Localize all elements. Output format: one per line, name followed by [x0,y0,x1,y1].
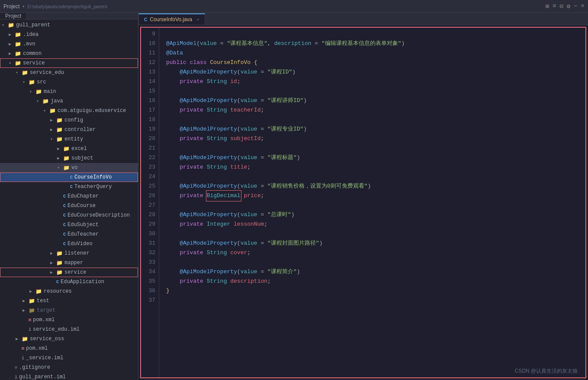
tree-item-service-root[interactable]: ▾ 📁 service [0,58,138,68]
tree-item-pom-service[interactable]: m pom.xml [0,344,138,353]
toolbar-list-icon[interactable]: ≡ [553,3,556,10]
code-content[interactable]: @ApiModel(value = "课程基本信息", description … [159,28,585,377]
tree-item-resources[interactable]: ▶ 📁 resources [0,287,138,296]
code-line-13: @ApiModelProperty(value = "课程ID") [166,67,585,77]
toolbar-gear-icon[interactable]: ⚙ [567,3,570,10]
code-editor-area: C CourseInfoVo.java × 91011121314 151617… [138,13,588,380]
code-line-35: private String description; [166,277,585,286]
code-line-17: private String teacherId; [166,105,585,115]
tree-item-service-iml[interactable]: i _service.iml [0,353,138,363]
code-line-15 [166,86,585,96]
editor-tab-courseinfovo[interactable]: C CourseInfoVo.java × [138,13,205,25]
watermark: CSDN @认真生活的灰太狼 [514,367,578,375]
tree-item-mvn[interactable]: ▶ 📁 .mvn [0,39,138,49]
tree-item-idea[interactable]: ▶ 📁 .idea [0,30,138,39]
tree-item-service-inner[interactable]: ▶ 📁 service [0,268,138,277]
tree-item-controller[interactable]: ▶ 📁 controller [0,125,138,134]
tree-item-pom-edu[interactable]: m pom.xml [0,315,138,325]
tree-item-teacherquery[interactable]: C TeacherQuery [0,182,138,192]
toolbar-close-icon[interactable]: × [581,3,585,10]
toolbar-split-icon[interactable]: ⊟ [559,3,563,10]
project-dropdown-icon[interactable]: ▾ [22,4,25,9]
tree-item-service-oss[interactable]: ▶ 📁 service_oss [0,334,138,344]
code-line-31: @ApiModelProperty(value = "课程封面图片路径") [166,239,585,248]
code-line-33 [166,258,585,267]
tree-item-config[interactable]: ▶ 📁 config [0,115,138,125]
code-line-21 [166,144,585,153]
code-line-24 [166,172,585,182]
code-line-11: @Data [166,48,585,58]
tab-file-icon: C [144,17,147,22]
code-line-22: @ApiModelProperty(value = "课程标题") [166,153,585,163]
tree-item-java[interactable]: ▾ 📁 java [0,96,138,106]
tree-item-test[interactable]: ▶ 📁 test [0,296,138,306]
tab-project[interactable]: Project [0,13,27,19]
code-line-9 [166,29,585,39]
tree-item-service-edu-iml[interactable]: i service_edu.iml [0,325,138,334]
line-numbers: 91011121314 151617181920 212223242526 27… [141,28,159,377]
code-line-14: private String id; [166,77,585,86]
project-path: D:\study\java\code\project\guli_parent [27,4,107,9]
code-line-16: @ApiModelProperty(value = "课程讲师ID") [166,96,585,105]
tree-item-educhapter[interactable]: C EduChapter [0,192,138,201]
tree-item-gitignore[interactable]: ⊘ .gitignore [0,363,138,372]
tree-item-subject[interactable]: ▶ 📁 subject [0,153,138,163]
tab-close-button[interactable]: × [196,17,199,22]
code-line-10: @ApiModel(value = "课程基本信息", description … [166,39,585,48]
tree-item-package[interactable]: ▾ 📁 com.atguigu.eduservice [0,106,138,115]
tree-item-courseinfovo[interactable]: C CourseInfoVo [0,172,138,182]
sidebar: Project ▾ 📁 guli_parent ▶ 📁 .idea [0,13,138,380]
tree-item-edusubject[interactable]: C EduSubject [0,220,138,230]
code-line-19: @ApiModelProperty(value = "课程专业ID") [166,125,585,134]
tree-item-eduvideo[interactable]: C EduVideo [0,239,138,249]
code-line-27 [166,201,585,210]
code-line-32: private String cover; [166,248,585,258]
tree-item-listener[interactable]: ▶ 📁 listener [0,249,138,258]
code-line-23: private String title; [166,163,585,172]
tree-item-service-edu[interactable]: ▾ 📁 service_edu [0,68,138,77]
code-line-26: private BigDecimal price; [166,191,585,201]
code-line-12: public class CourseInfoVo { [166,58,585,67]
code-line-37 [166,296,585,305]
toolbar-minus-icon[interactable]: − [574,3,577,10]
code-line-30 [166,229,585,239]
code-line-25: @ApiModelProperty(value = "课程销售价格，设置为0则可… [166,182,585,191]
tree-item-guli-parent[interactable]: ▾ 📁 guli_parent [0,20,138,30]
tree-item-educourse[interactable]: C EduCourse [0,201,138,211]
tree-item-mapper[interactable]: ▶ 📁 mapper [0,258,138,268]
tree-item-common[interactable]: ▶ 📁 common [0,49,138,58]
tree-item-excel[interactable]: ▶ 📁 excel [0,144,138,153]
tree-item-main[interactable]: ▾ 📁 main [0,87,138,96]
tree-item-educoursedesc[interactable]: C EduCourseDescription [0,211,138,220]
tree-item-eduapplication[interactable]: C EduApplication [0,277,138,287]
code-line-29: private Integer lessonNum; [166,220,585,229]
project-label: Project [3,3,19,10]
code-line-28: @ApiModelProperty(value = "总课时") [166,210,585,220]
tab-filename: CourseInfoVo.java [150,16,192,22]
tree-item-src[interactable]: ▾ 📁 src [0,77,138,87]
tree-item-vo[interactable]: ▾ 📁 vo [0,163,138,172]
tree-item-guli-iml[interactable]: i guli_parent.iml [0,372,138,380]
code-line-34: @ApiModelProperty(value = "课程简介") [166,267,585,277]
tree-item-target[interactable]: ▶ 📁 target [0,306,138,315]
code-line-18 [166,115,585,125]
tree-item-entity[interactable]: ▾ 📁 entity [0,134,138,144]
code-line-36: } [166,286,585,296]
toolbar-grid-icon[interactable]: ⊞ [545,3,549,10]
tree-item-eduteacher[interactable]: C EduTeacher [0,230,138,239]
code-line-20: private String subjectId; [166,134,585,144]
